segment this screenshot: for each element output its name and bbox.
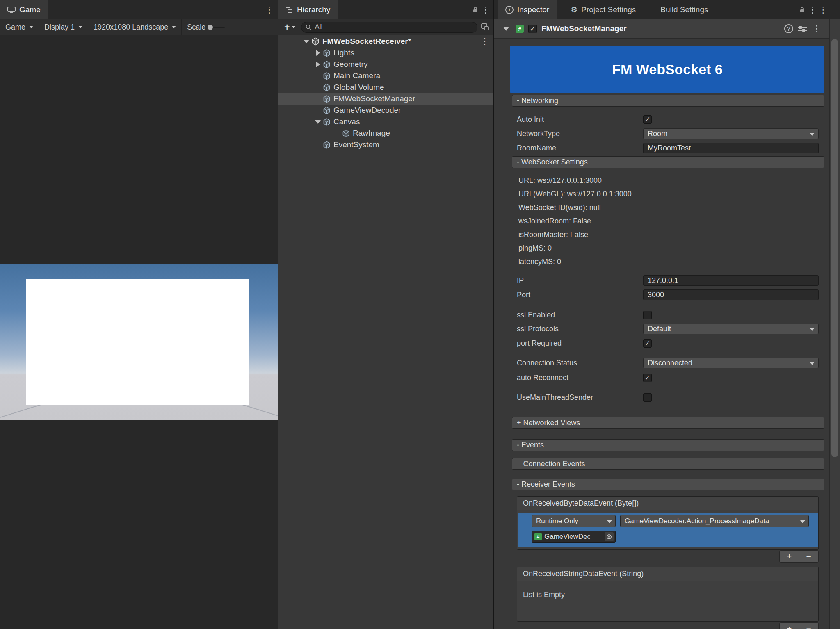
section-networking[interactable]: - Networking bbox=[512, 95, 824, 107]
tab-inspector-label: Inspector bbox=[517, 5, 549, 14]
foldout-collapsed-icon[interactable] bbox=[313, 50, 323, 56]
row-auto-reconnect: auto Reconnect bbox=[517, 372, 819, 383]
hierarchy-item-label: GameViewDecoder bbox=[333, 106, 401, 115]
game-view-dropdown-label: Game bbox=[5, 23, 25, 32]
resolution-dropdown[interactable]: 1920x1080 Landscape bbox=[88, 19, 182, 35]
hierarchy-item-eventsystem[interactable]: EventSystem bbox=[278, 139, 493, 150]
event-function-dropdown[interactable]: GameViewDecoder.Action_ProcessImageData bbox=[620, 515, 809, 527]
foldout-collapsed-icon[interactable] bbox=[313, 62, 323, 67]
event-target-object-field[interactable]: # GameViewDec bbox=[532, 531, 616, 543]
remove-listener-button[interactable]: − bbox=[799, 551, 819, 562]
component-title: FMWebSocketManager bbox=[541, 24, 627, 33]
display-dropdown[interactable]: Display 1 bbox=[39, 19, 88, 35]
auto-reconnect-checkbox[interactable] bbox=[643, 374, 652, 382]
scene-menu-icon[interactable] bbox=[479, 36, 490, 46]
unity-editor-window: Game Game Display 1 1920x1080 Landscape … bbox=[0, 0, 840, 629]
window-menu-icon[interactable] bbox=[818, 0, 829, 19]
scrollbar-thumb[interactable] bbox=[831, 39, 838, 457]
row-port: Port 3000 bbox=[517, 289, 819, 301]
hierarchy-item-fmwebsocketmanager[interactable]: FMWebSocketManager bbox=[278, 93, 493, 105]
foldout-expanded-icon[interactable] bbox=[313, 120, 323, 124]
connection-status-dropdown[interactable]: Disconnected bbox=[643, 358, 819, 368]
field-label: RoomName bbox=[517, 144, 643, 153]
room-name-input[interactable]: MyRoomTest bbox=[643, 143, 819, 153]
game-view-dropdown[interactable]: Game bbox=[0, 19, 39, 35]
event-mode-dropdown[interactable]: Runtime Only bbox=[532, 515, 616, 527]
component-menu-icon[interactable] bbox=[811, 24, 822, 34]
use-main-thread-checkbox[interactable] bbox=[643, 393, 652, 402]
raw-image-white-rect bbox=[26, 279, 249, 405]
section-receiver-events[interactable]: - Receiver Events bbox=[512, 479, 824, 490]
foldout-expanded-icon[interactable] bbox=[501, 27, 511, 31]
component-enabled-checkbox[interactable] bbox=[528, 25, 537, 33]
section-connection-events[interactable]: = Connection Events bbox=[512, 458, 824, 470]
scene-picker-icon[interactable] bbox=[481, 23, 489, 31]
ip-input[interactable]: 127.0.0.1 bbox=[643, 275, 819, 286]
info-ws-joined-room: wsJoinedRoom: False bbox=[518, 214, 819, 228]
field-label: Connection Status bbox=[517, 359, 643, 367]
search-text: All bbox=[315, 23, 322, 31]
hierarchy-panel-menu-icon[interactable] bbox=[480, 0, 491, 19]
hierarchy-item-geometry[interactable]: Geometry bbox=[278, 59, 493, 70]
tab-hierarchy[interactable]: Hierarchy bbox=[278, 0, 338, 19]
hierarchy-item-canvas[interactable]: Canvas bbox=[278, 116, 493, 128]
inspector-scrollbar[interactable] bbox=[829, 19, 840, 629]
hierarchy-item-global-volume[interactable]: Global Volume bbox=[278, 82, 493, 93]
hierarchy-item-rawimage[interactable]: RawImage bbox=[278, 128, 493, 139]
game-panel-menu-icon[interactable] bbox=[264, 0, 275, 19]
fm-websocket-banner: FM WebSocket 6 bbox=[510, 46, 824, 93]
hierarchy-item-label: Global Volume bbox=[333, 83, 384, 92]
tab-game[interactable]: Game bbox=[0, 0, 48, 19]
tab-inspector[interactable]: i Inspector bbox=[498, 0, 557, 19]
field-label: UseMainThreadSender bbox=[517, 393, 643, 402]
inspector-tabstrip: i Inspector ⚙ Project Settings Build Set… bbox=[494, 0, 829, 19]
help-icon[interactable]: ? bbox=[784, 24, 793, 33]
ssl-enabled-checkbox[interactable] bbox=[643, 311, 652, 319]
scale-slider-knob[interactable] bbox=[208, 25, 213, 30]
create-object-button[interactable]: + bbox=[283, 22, 297, 33]
scale-control: Scale bbox=[182, 19, 230, 35]
hierarchy-item-scene-root[interactable]: FMWebSocketReceiver* bbox=[278, 36, 493, 47]
foldout-expanded-icon[interactable] bbox=[301, 40, 311, 43]
dropdown-value: Room bbox=[648, 130, 667, 138]
section-events[interactable]: - Events bbox=[512, 439, 824, 451]
lock-icon[interactable] bbox=[797, 0, 807, 19]
chevron-down-icon bbox=[292, 26, 296, 28]
port-input[interactable]: 3000 bbox=[643, 289, 819, 300]
lock-icon[interactable] bbox=[470, 0, 480, 19]
script-icon: # bbox=[534, 533, 542, 540]
tab-project-settings[interactable]: ⚙ Project Settings bbox=[563, 0, 643, 19]
inspector-panel-menu-icon[interactable] bbox=[807, 0, 818, 19]
network-type-dropdown[interactable]: Room bbox=[643, 128, 819, 139]
hierarchy-item-main-camera[interactable]: Main Camera bbox=[278, 70, 493, 82]
drag-handle-icon[interactable] bbox=[521, 527, 527, 533]
remove-listener-button[interactable]: − bbox=[799, 623, 819, 629]
script-icon: # bbox=[516, 25, 524, 33]
hierarchy-icon bbox=[286, 7, 293, 13]
gameobject-cube-icon bbox=[323, 118, 331, 126]
presets-icon[interactable] bbox=[798, 27, 807, 31]
port-required-checkbox[interactable] bbox=[643, 339, 652, 348]
tab-game-label: Game bbox=[19, 5, 41, 14]
object-picker-icon[interactable] bbox=[605, 532, 614, 541]
add-listener-button[interactable]: + bbox=[780, 551, 799, 562]
object-field-value: GameViewDec bbox=[544, 533, 591, 541]
ssl-protocols-dropdown[interactable]: Default bbox=[643, 324, 819, 334]
hierarchy-item-lights[interactable]: Lights bbox=[278, 47, 493, 59]
section-networked-views[interactable]: + Networked Views bbox=[512, 417, 824, 429]
info-is-room-master: isRoomMaster: False bbox=[518, 228, 819, 242]
section-websocket-settings[interactable]: - WebSocket Settings bbox=[512, 156, 824, 168]
auto-init-checkbox[interactable] bbox=[643, 115, 652, 124]
add-listener-button[interactable]: + bbox=[780, 623, 799, 629]
tab-build-settings[interactable]: Build Settings bbox=[653, 0, 715, 19]
hierarchy-search-input[interactable]: All bbox=[301, 22, 477, 33]
game-view-panel: Game Game Display 1 1920x1080 Landscape … bbox=[0, 0, 278, 629]
hierarchy-item-label: RawImage bbox=[353, 129, 390, 138]
row-room-name: RoomName MyRoomTest bbox=[517, 142, 819, 154]
hierarchy-item-gameviewdecoder[interactable]: GameViewDecoder bbox=[278, 105, 493, 116]
event-listener-row[interactable]: Runtime Only GameViewDecoder.Action_Proc… bbox=[518, 513, 818, 547]
input-value: MyRoomTest bbox=[648, 144, 691, 153]
scale-slider[interactable] bbox=[209, 27, 225, 28]
field-label: ssl Protocols bbox=[517, 325, 643, 333]
dropdown-value: GameViewDecoder.Action_ProcessImageData bbox=[625, 517, 769, 525]
